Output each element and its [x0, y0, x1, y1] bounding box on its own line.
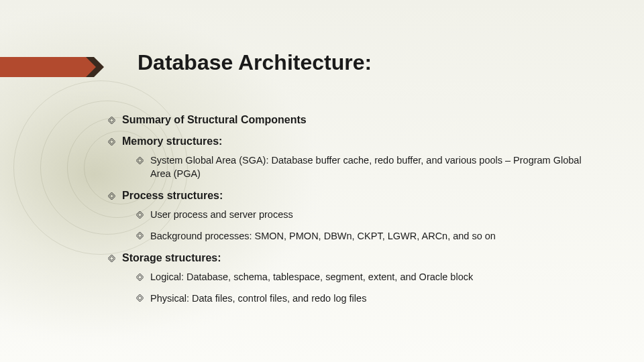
diamond-icon	[136, 232, 144, 240]
item-label: Physical: Data files, control files, and…	[150, 292, 604, 306]
diamond-icon	[107, 254, 115, 262]
slide-body: Summary of Structural Components Memory …	[107, 114, 604, 314]
item-label: Background processes: SMON, PMON, DBWn, …	[150, 230, 604, 243]
list-item: Logical: Database, schema, tablespace, s…	[136, 271, 604, 284]
list-item: System Global Area (SGA): Database buffe…	[136, 154, 604, 180]
ribbon-decoration	[0, 57, 134, 77]
diamond-icon	[107, 116, 115, 124]
diamond-icon	[136, 273, 144, 281]
diamond-icon	[136, 294, 144, 302]
list-item: User process and server process	[136, 208, 604, 222]
item-label: Process structures:	[122, 190, 604, 202]
list-item: Memory structures: System Global Area (S…	[107, 135, 604, 180]
slide-title: Database Architecture:	[138, 50, 372, 75]
item-label: Logical: Database, schema, tablespace, s…	[150, 271, 604, 284]
diamond-icon	[107, 192, 115, 200]
item-label: Summary of Structural Components	[122, 114, 604, 126]
item-label: User process and server process	[150, 208, 604, 222]
list-item: Background processes: SMON, PMON, DBWn, …	[136, 230, 604, 243]
diamond-icon	[107, 137, 115, 145]
item-label: System Global Area (SGA): Database buffe…	[150, 154, 604, 180]
list-item: Process structures: User process and ser…	[107, 190, 604, 243]
list-item: Storage structures: Logical: Database, s…	[107, 252, 604, 305]
diamond-icon	[136, 210, 144, 219]
list-item: Physical: Data files, control files, and…	[136, 292, 604, 306]
item-label: Storage structures:	[122, 252, 604, 264]
diamond-icon	[136, 156, 144, 164]
item-label: Memory structures:	[122, 135, 604, 147]
list-item: Summary of Structural Components	[107, 114, 604, 126]
